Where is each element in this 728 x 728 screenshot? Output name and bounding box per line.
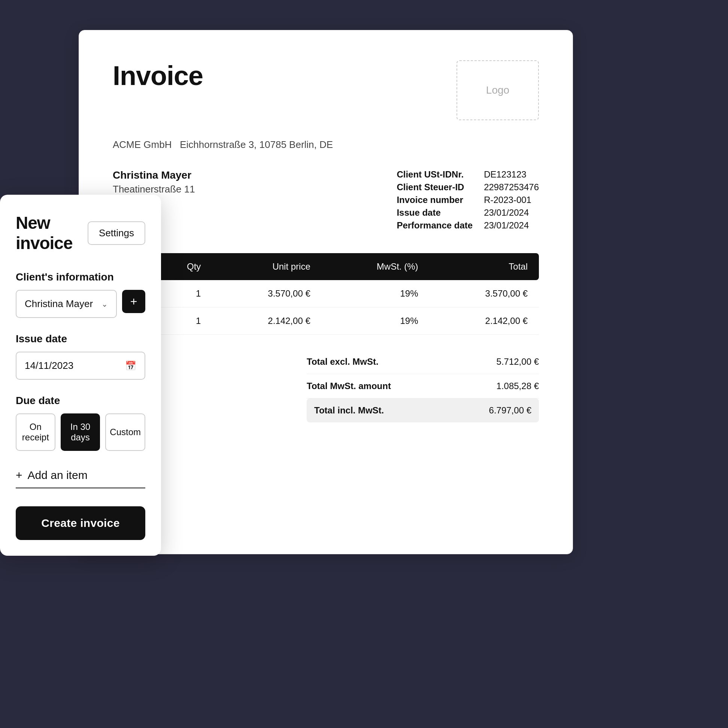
client-meta-row: Christina Mayer Theatinerstraße 11 Clien… (113, 169, 539, 231)
meta-label-4: Issue date (396, 208, 473, 218)
client-name: Christina Mayer (113, 169, 195, 181)
meta-value-1: DE123123 (484, 169, 539, 180)
due-in-30-days-button[interactable]: In 30 days (61, 413, 100, 451)
chevron-down-icon: ⌄ (101, 300, 108, 309)
table-row: 1 2.142,00 € 19% 2.142,00 € (113, 307, 539, 335)
due-custom-button[interactable]: Custom (105, 413, 145, 451)
meta-label-2: Client Steuer-ID (396, 182, 473, 193)
total-mwst-label: Total MwSt. amount (307, 381, 391, 392)
meta-value-3: R-2023-001 (484, 195, 539, 205)
client-section-label: Client's information (16, 271, 145, 283)
meta-value-5: 23/01/2024 (484, 220, 539, 231)
meta-label-3: Invoice number (396, 195, 473, 205)
client-dropdown-row: Christina Mayer ⌄ + (16, 290, 145, 318)
logo-placeholder[interactable]: Logo (456, 60, 539, 120)
due-on-receipt-button[interactable]: On receipt (16, 413, 55, 451)
due-date-label: Due date (16, 395, 145, 407)
row2-total: 2.142,00 € (430, 307, 539, 335)
row2-mwst: 19% (322, 307, 430, 335)
meta-value-2: 22987253476 (484, 182, 539, 193)
items-table: Qty Unit price MwSt. (%) Total 1 3.570,0… (113, 253, 539, 335)
company-address: ACME GmbH Eichhornstraße 3, 10785 Berlin… (113, 139, 539, 151)
total-incl-value: 6.797,00 € (489, 405, 531, 416)
client-dropdown-value: Christina Mayer (25, 298, 93, 310)
sidebar-panel: New invoice Settings Client's informatio… (0, 195, 161, 556)
total-excl-label: Total excl. MwSt. (307, 356, 379, 367)
due-options: On receipt In 30 days Custom (16, 413, 145, 451)
total-incl-row: Total incl. MwSt. 6.797,00 € (307, 398, 539, 422)
client-section: Client's information Christina Mayer ⌄ + (16, 271, 145, 318)
issue-date-value: 14/11/2023 (25, 360, 73, 372)
row1-price: 3.570,00 € (212, 280, 321, 307)
panel-header: New invoice Settings (16, 213, 145, 253)
meta-value-4: 23/01/2024 (484, 208, 539, 218)
table-header-row: Qty Unit price MwSt. (%) Total (113, 253, 539, 280)
issue-date-section: Issue date 14/11/2023 📅 (16, 333, 145, 380)
invoice-title: Invoice (113, 60, 203, 91)
total-incl-label: Total incl. MwSt. (314, 405, 384, 416)
issue-date-label: Issue date (16, 333, 145, 345)
totals-section: Total excl. MwSt. 5.712,00 € Total MwSt.… (113, 350, 539, 422)
row1-total: 3.570,00 € (430, 280, 539, 307)
add-item-row[interactable]: + Add an item (16, 469, 145, 488)
add-item-label: Add an item (28, 469, 88, 482)
col-header-price: Unit price (212, 253, 321, 280)
invoice-header-row: Invoice Logo (113, 60, 539, 120)
total-mwst-value: 1.085,28 € (497, 381, 539, 392)
client-address: Theatinerstraße 11 (113, 184, 195, 195)
due-date-section: Due date On receipt In 30 days Custom (16, 395, 145, 451)
client-dropdown[interactable]: Christina Mayer ⌄ (16, 290, 117, 318)
panel-title: New invoice (16, 213, 88, 253)
col-header-total: Total (430, 253, 539, 280)
row2-price: 2.142,00 € (212, 307, 321, 335)
table-row: 1 3.570,00 € 19% 3.570,00 € (113, 280, 539, 307)
col-header-mwst: MwSt. (%) (322, 253, 430, 280)
issue-date-input[interactable]: 14/11/2023 📅 (16, 352, 145, 380)
row1-mwst: 19% (322, 280, 430, 307)
meta-label-1: Client USt-IDNr. (396, 169, 473, 180)
total-excl-value: 5.712,00 € (497, 356, 539, 367)
total-excl-row: Total excl. MwSt. 5.712,00 € (307, 350, 539, 374)
meta-label-5: Performance date (396, 220, 473, 231)
invoice-meta-table: Client USt-IDNr. DE123123 Client Steuer-… (396, 169, 539, 231)
total-mwst-row: Total MwSt. amount 1.085,28 € (307, 374, 539, 398)
settings-button[interactable]: Settings (88, 221, 145, 245)
create-invoice-button[interactable]: Create invoice (16, 506, 145, 540)
calendar-icon: 📅 (125, 361, 136, 371)
add-item-plus-icon: + (16, 469, 23, 482)
add-client-button[interactable]: + (122, 290, 145, 313)
